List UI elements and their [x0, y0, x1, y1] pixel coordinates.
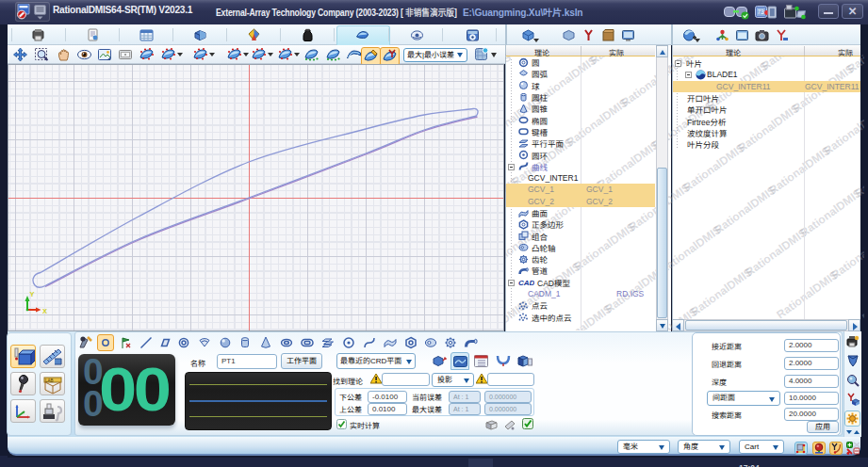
svg-text:LAB: LAB — [45, 378, 54, 383]
svg-text:Y: Y — [30, 290, 35, 298]
svg-text:X: X — [42, 307, 47, 315]
svg-text:73: 73 — [758, 8, 765, 15]
svg-text:CAD: CAD — [518, 279, 534, 287]
